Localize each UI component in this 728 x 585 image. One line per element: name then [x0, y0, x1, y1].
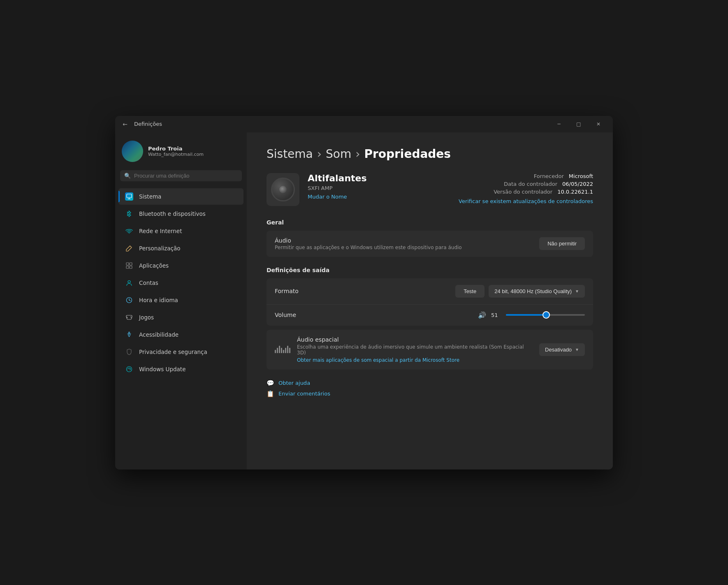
acessibilidade-icon [125, 331, 133, 339]
svg-rect-6 [126, 266, 129, 268]
user-name: Pedro Troia [148, 146, 204, 152]
sidebar-label-contas: Contas [139, 280, 158, 286]
breadcrumb-part2: Som [326, 147, 351, 161]
bluetooth-icon [125, 210, 133, 218]
minimize-button[interactable]: ─ [549, 118, 568, 131]
device-info: Altifalantes SXFI AMP Mudar o Nome [308, 173, 450, 200]
bar3 [279, 346, 280, 353]
volume-slider[interactable] [506, 314, 585, 316]
data-value: 06/05/2022 [562, 181, 593, 187]
feedback-icon: 📋 [267, 390, 274, 398]
search-icon: 🔍 [124, 173, 131, 179]
user-email: Watto_fan@hotmail.com [148, 152, 204, 157]
sidebar-label-sistema: Sistema [139, 193, 161, 200]
sidebar-label-bluetooth: Bluetooth e dispositivos [139, 210, 206, 217]
audio-title: Áudio [275, 237, 539, 244]
svg-line-11 [129, 300, 130, 301]
titlebar-left: ← Definições [120, 119, 162, 129]
volume-action: 🔊 51 [478, 311, 585, 319]
audio-info: Áudio Permitir que as aplicações e o Win… [275, 237, 539, 250]
search-input[interactable] [134, 173, 238, 179]
fornecedor-label: Fornecedor [534, 173, 564, 179]
sidebar-item-jogos[interactable]: Jogos [118, 309, 243, 326]
windows-update-icon [125, 365, 133, 373]
sidebar-item-rede[interactable]: Rede e Internet [118, 223, 243, 239]
volume-title: Volume [275, 312, 478, 318]
personalizacao-icon [125, 244, 133, 252]
svg-rect-4 [126, 263, 129, 265]
titlebar: ← Definições ─ □ ✕ [115, 116, 613, 132]
svg-point-15 [127, 366, 132, 372]
sidebar-item-aplicacoes[interactable]: Aplicações [118, 257, 243, 274]
sidebar-label-acessibilidade: Acessibilidade [139, 331, 179, 338]
saida-card: Formato Teste 24 bit, 48000 Hz (Studio Q… [267, 278, 593, 326]
sidebar-label-privacidade: Privacidade e segurança [139, 349, 207, 355]
sidebar-item-windows-update[interactable]: Windows Update [118, 361, 243, 377]
audio-row: Áudio Permitir que as aplicações e o Win… [267, 231, 593, 257]
audio-action: Não permitir [539, 237, 585, 250]
sidebar-item-hora[interactable]: Hora e idioma [118, 292, 243, 308]
privacidade-icon [125, 348, 133, 356]
rename-link[interactable]: Mudar o Nome [308, 194, 450, 200]
spatial-link[interactable]: Obter mais aplicações de som espacial a … [297, 357, 533, 363]
versao-label: Versão do controlador [494, 189, 552, 195]
volume-number: 51 [491, 312, 501, 318]
bar4 [281, 348, 282, 353]
svg-point-3 [129, 233, 130, 234]
sidebar-item-personalizacao[interactable]: Personalização [118, 240, 243, 257]
bar1 [275, 350, 276, 353]
settings-window: ← Definições ─ □ ✕ Pedro Troia Watto_fan… [115, 116, 613, 469]
help-link[interactable]: 💬 Obter ajuda [267, 379, 593, 387]
main-content: Sistema › Som › Propriedades Altifalante… [247, 132, 613, 469]
sidebar-item-bluetooth[interactable]: Bluetooth e dispositivos [118, 206, 243, 222]
breadcrumb: Sistema › Som › Propriedades [267, 147, 593, 161]
device-header: Altifalantes SXFI AMP Mudar o Nome Forne… [267, 173, 593, 206]
titlebar-controls: ─ □ ✕ [549, 118, 608, 131]
maximize-button[interactable]: □ [569, 118, 588, 131]
volume-info: Volume [275, 312, 478, 318]
fornecedor-value: Microsoft [569, 173, 593, 179]
volume-thumb [543, 312, 549, 318]
device-icon [267, 173, 299, 206]
feedback-label: Enviar comentários [278, 391, 330, 397]
breadcrumb-sep1: › [317, 147, 322, 161]
user-profile[interactable]: Pedro Troia Watto_fan@hotmail.com [115, 136, 247, 170]
spatial-dropdown[interactable]: Desativado ▼ [539, 343, 585, 356]
close-button[interactable]: ✕ [589, 118, 608, 131]
svg-rect-5 [130, 263, 132, 265]
footer-links: 💬 Obter ajuda 📋 Enviar comentários [267, 379, 593, 398]
spatial-card: Áudio espacial Escolha uma experiência d… [267, 330, 593, 370]
spatial-dropdown-arrow: ▼ [575, 347, 579, 352]
sidebar-item-contas[interactable]: Contas [118, 275, 243, 291]
breadcrumb-part3: Propriedades [364, 147, 451, 161]
spatial-desc: Escolha uma experiência de áudio imersiv… [297, 344, 533, 356]
device-name: Altifalantes [308, 173, 450, 183]
teste-button[interactable]: Teste [455, 285, 485, 298]
feedback-link[interactable]: 📋 Enviar comentários [267, 390, 593, 398]
formato-title: Formato [275, 288, 455, 294]
volume-area: 🔊 51 [478, 311, 585, 319]
volume-fill [506, 314, 546, 316]
speaker-graphic [271, 178, 295, 201]
geral-section-title: Geral [267, 219, 593, 226]
formato-dropdown-arrow: ▼ [575, 289, 579, 294]
svg-point-8 [128, 280, 130, 283]
nao-permitir-button[interactable]: Não permitir [539, 237, 585, 250]
svg-point-12 [130, 317, 131, 317]
sidebar-label-personalizacao: Personalização [139, 245, 180, 252]
sidebar-item-privacidade[interactable]: Privacidade e segurança [118, 344, 243, 360]
jogos-icon [125, 313, 133, 321]
volume-row: Volume 🔊 51 [267, 305, 593, 326]
formato-dropdown[interactable]: 24 bit, 48000 Hz (Studio Quality) ▼ [489, 285, 585, 298]
sidebar-label-hora: Hora e idioma [139, 297, 178, 303]
verify-link[interactable]: Verificar se existem atualizações de con… [459, 198, 593, 204]
search-box[interactable]: 🔍 [120, 170, 242, 181]
volume-icon: 🔊 [478, 311, 486, 319]
sidebar-item-sistema[interactable]: Sistema [118, 188, 243, 205]
back-button[interactable]: ← [120, 119, 130, 129]
spatial-title: Áudio espacial [297, 336, 533, 343]
sidebar-item-acessibilidade[interactable]: Acessibilidade [118, 326, 243, 343]
user-info: Pedro Troia Watto_fan@hotmail.com [148, 146, 204, 157]
geral-card: Áudio Permitir que as aplicações e o Win… [267, 231, 593, 257]
formato-action: Teste 24 bit, 48000 Hz (Studio Quality) … [455, 285, 585, 298]
